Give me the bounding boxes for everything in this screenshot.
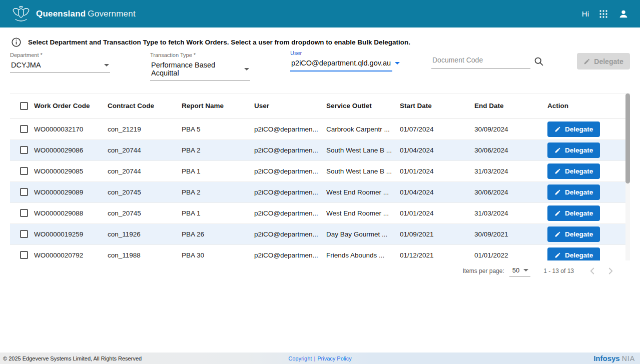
footer: © 2025 Edgeverve Systems Limited, All Ri… xyxy=(0,352,640,364)
work-order-code-cell: WO0000029089 xyxy=(34,182,108,202)
col-header-report-name: Report Name xyxy=(182,94,254,118)
apps-grid-icon[interactable] xyxy=(599,10,608,18)
row-checkbox[interactable] xyxy=(20,230,28,238)
table-header-row: Work Order Code Contract Code Report Nam… xyxy=(10,94,630,118)
contract-code-cell: con_11988 xyxy=(108,244,182,260)
row-delegate-button[interactable]: Delegate xyxy=(547,122,600,137)
service-outlet-cell: South West Lane B ... xyxy=(326,140,400,160)
col-header-start-date: Start Date xyxy=(400,94,474,118)
user-cell: p2iCO@departmen... xyxy=(254,140,326,160)
pencil-icon xyxy=(554,252,561,258)
pencil-icon xyxy=(554,210,561,216)
info-banner: Select Department and Transaction Type t… xyxy=(11,37,629,48)
start-date-cell: 01/07/2024 xyxy=(400,118,474,140)
pencil-icon xyxy=(554,189,561,196)
department-value: DCYJMA xyxy=(11,61,41,69)
table-row: WO0000029086 con_20744 PBA 2 p2iCO@depar… xyxy=(10,140,630,160)
start-date-cell: 01/12/2021 xyxy=(400,244,474,260)
previous-page-icon[interactable] xyxy=(587,266,598,276)
report-name-cell: PBA 26 xyxy=(182,224,254,244)
contract-code-cell: con_21219 xyxy=(108,118,182,140)
col-header-action: Action xyxy=(547,94,630,118)
table-scrollbar-thumb[interactable] xyxy=(625,94,630,184)
pencil-icon xyxy=(554,126,561,132)
items-per-page-select[interactable]: 50 xyxy=(509,266,530,276)
row-checkbox[interactable] xyxy=(20,146,28,154)
app-header: QueenslandGovernment Hi xyxy=(0,0,640,28)
row-delegate-button[interactable]: Delegate xyxy=(547,206,600,221)
filter-bar: Department * DCYJMA Transaction Type * P… xyxy=(0,50,640,80)
contract-code-cell: con_20744 xyxy=(108,160,182,182)
report-name-cell: PBA 5 xyxy=(182,118,254,140)
col-header-user: User xyxy=(254,94,326,118)
col-header-end-date: End Date xyxy=(474,94,547,118)
work-order-code-cell: WO0000019259 xyxy=(34,224,108,244)
privacy-policy-link[interactable]: Privacy Policy xyxy=(317,356,351,362)
row-delegate-button[interactable]: Delegate xyxy=(547,142,600,158)
row-checkbox[interactable] xyxy=(20,209,28,217)
table-row: WO0000029085 con_20744 PBA 1 p2iCO@depar… xyxy=(10,160,630,182)
contract-code-cell: con_20744 xyxy=(108,140,182,160)
brand: QueenslandGovernment xyxy=(11,5,136,23)
department-label: Department * xyxy=(10,52,110,58)
row-delegate-button[interactable]: Delegate xyxy=(547,164,600,179)
page: QueenslandGovernment Hi xyxy=(0,0,640,364)
start-date-cell: 01/04/2024 xyxy=(400,140,474,160)
col-header-work-order-code: Work Order Code xyxy=(34,94,108,118)
select-all-checkbox[interactable] xyxy=(20,102,28,110)
user-cell: p2iCO@departmen... xyxy=(254,202,326,224)
user-cell: p2iCO@departmen... xyxy=(254,160,326,182)
contract-code-cell: con_20745 xyxy=(108,202,182,224)
document-code-input[interactable] xyxy=(431,52,530,68)
user-profile-icon[interactable] xyxy=(618,8,629,20)
end-date-cell: 30/09/2021 xyxy=(474,224,547,244)
table-viewport: Work Order Code Contract Code Report Nam… xyxy=(10,94,630,260)
table-scrollbar-track[interactable] xyxy=(625,94,630,260)
start-date-cell: 01/09/2021 xyxy=(400,224,474,244)
user-cell: p2iCO@departmen... xyxy=(254,244,326,260)
bulk-delegate-button[interactable]: Delegate xyxy=(577,53,630,70)
row-delegate-button[interactable]: Delegate xyxy=(547,226,600,242)
pencil-icon xyxy=(583,58,590,65)
chevron-down-icon xyxy=(395,62,400,64)
chevron-down-icon xyxy=(523,269,528,272)
work-order-code-cell: WO0000032170 xyxy=(34,118,108,140)
row-checkbox[interactable] xyxy=(20,167,28,175)
col-header-contract-code: Contract Code xyxy=(108,94,182,118)
table-row: WO0000019259 con_11926 PBA 26 p2iCO@depa… xyxy=(10,224,630,244)
row-checkbox[interactable] xyxy=(20,251,28,259)
col-header-service-outlet: Service Outlet xyxy=(326,94,400,118)
chevron-down-icon xyxy=(104,64,109,66)
work-order-code-cell: WO0000029085 xyxy=(34,160,108,182)
items-per-page-group: Items per page: 50 xyxy=(462,266,530,276)
table-row: WO0000020792 con_11988 PBA 30 p2iCO@depa… xyxy=(10,244,630,260)
contract-code-cell: con_20745 xyxy=(108,182,182,202)
end-date-cell: 30/09/2024 xyxy=(474,118,547,140)
copyright-link[interactable]: Copyright xyxy=(288,356,312,362)
footer-link-separator: | xyxy=(314,356,315,362)
department-select[interactable]: Department * DCYJMA xyxy=(10,52,110,73)
header-right: Hi xyxy=(582,8,629,20)
next-page-icon[interactable] xyxy=(605,266,616,276)
user-cell: p2iCO@departmen... xyxy=(254,118,326,140)
row-delegate-button[interactable]: Delegate xyxy=(547,248,600,261)
pencil-icon xyxy=(554,231,561,238)
work-orders-table: Work Order Code Contract Code Report Nam… xyxy=(10,94,630,260)
user-value: p2iCO@department.qld.gov.au xyxy=(291,59,391,67)
brand-government: Government xyxy=(88,9,136,18)
transaction-type-select[interactable]: Transaction Type * Performance Based Acq… xyxy=(150,52,250,81)
report-name-cell: PBA 2 xyxy=(182,140,254,160)
row-delegate-button[interactable]: Delegate xyxy=(547,184,600,200)
row-checkbox[interactable] xyxy=(20,188,28,196)
search-icon[interactable] xyxy=(533,56,544,68)
start-date-cell: 01/01/2024 xyxy=(400,202,474,224)
service-outlet-cell: Friends Abounds ... xyxy=(326,244,400,260)
info-icon xyxy=(11,37,22,48)
contract-code-cell: con_11926 xyxy=(108,224,182,244)
table-row: WO0000029089 con_20745 PBA 2 p2iCO@depar… xyxy=(10,182,630,202)
end-date-cell: 01/01/2022 xyxy=(474,244,547,260)
row-checkbox[interactable] xyxy=(20,125,28,133)
pager-arrows xyxy=(587,266,616,276)
start-date-cell: 01/01/2024 xyxy=(400,160,474,182)
user-select[interactable]: User p2iCO@department.qld.gov.au xyxy=(290,50,392,72)
